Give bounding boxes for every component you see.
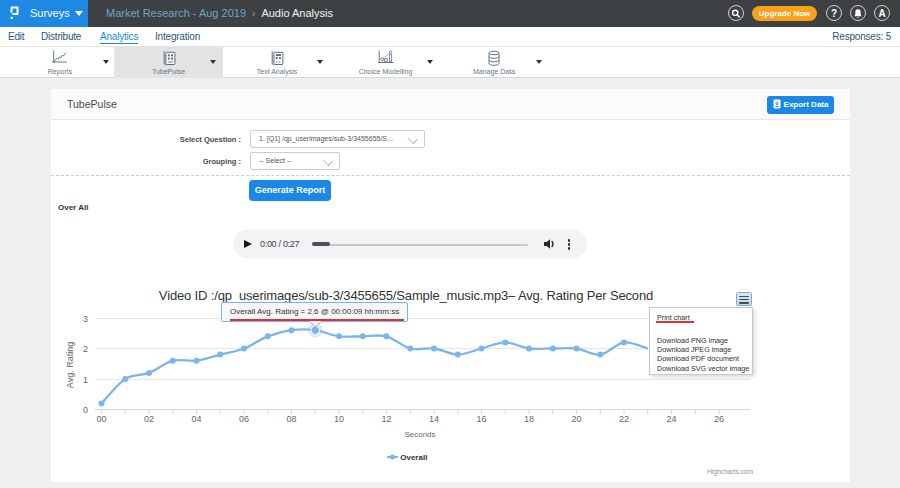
svg-text:12: 12 <box>381 414 391 424</box>
svg-text:02: 02 <box>144 414 154 424</box>
svg-text:08: 08 <box>286 414 296 424</box>
svg-text:Avg. Rating: Avg. Rating <box>65 342 75 388</box>
svg-text:1: 1 <box>83 375 88 385</box>
svg-text:16: 16 <box>476 414 486 424</box>
svg-text:22: 22 <box>619 414 629 424</box>
svg-text:00: 00 <box>96 414 106 424</box>
svg-text:26: 26 <box>714 414 724 424</box>
svg-text:14: 14 <box>429 414 439 424</box>
svg-text:20: 20 <box>571 414 581 424</box>
svg-text:10: 10 <box>334 414 344 424</box>
svg-text:24: 24 <box>666 414 676 424</box>
svg-text:3: 3 <box>83 314 88 324</box>
svg-text:18: 18 <box>524 414 534 424</box>
svg-text:Seconds: Seconds <box>404 430 435 439</box>
svg-text:2: 2 <box>83 344 88 354</box>
svg-text:06: 06 <box>239 414 249 424</box>
svg-text:04: 04 <box>191 414 201 424</box>
svg-text:0: 0 <box>83 405 88 415</box>
